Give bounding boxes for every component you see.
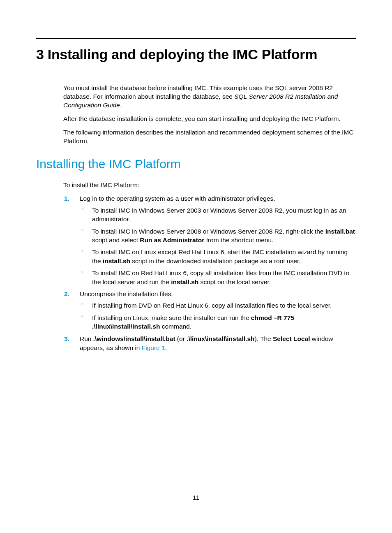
section-title: Installing the IMC Platform xyxy=(36,157,356,171)
s1b-mid: script and select xyxy=(92,236,140,243)
s1b-pre: To install IMC in Windows Server 2008 or… xyxy=(92,228,325,235)
chapter-title: 3 Installing and deploying the IMC Platf… xyxy=(36,46,356,63)
step-1-sub-b: To install IMC in Windows Server 2008 or… xyxy=(80,227,356,245)
s3-pre: Run xyxy=(80,335,93,342)
step-1-sub-d: To install IMC on Red Hat Linux 6, copy … xyxy=(80,269,356,286)
section-lead: To install the IMC Platform: xyxy=(63,181,356,190)
intro-p1: You must install the database before ins… xyxy=(63,84,356,110)
s3-bold1: .\windows\install\install.bat xyxy=(93,335,175,342)
step-3-num: 3. xyxy=(64,334,69,343)
s1d-post: script on the local server. xyxy=(198,278,271,285)
step-1-text: Log in to the operating system as a user… xyxy=(80,195,275,202)
step-2: 2. Uncompress the installation files. If… xyxy=(63,290,356,331)
step-2-num: 2. xyxy=(64,290,69,299)
s3-bold2: .\linux\install\install.sh xyxy=(187,335,254,342)
s1c-post: script in the downloaded installation pa… xyxy=(130,257,300,264)
section-body: To install the IMC Platform: 1. Log in t… xyxy=(63,181,356,353)
s2b-pre: If installing on Linux, make sure the in… xyxy=(92,314,251,321)
s3-bold3: Select Local xyxy=(273,335,310,342)
body-text: You must install the database before ins… xyxy=(63,84,356,146)
step-1-sub-c: To install IMC on Linux except Red Hat L… xyxy=(80,248,356,265)
intro-p3: The following information describes the … xyxy=(63,128,356,146)
s1c-bold: install.sh xyxy=(103,257,130,264)
step-1-sub-a: To install IMC in Windows Server 2003 or… xyxy=(80,206,356,224)
page-content: 3 Installing and deploying the IMC Platf… xyxy=(0,0,392,372)
step-1-num: 1. xyxy=(64,194,69,203)
step-3: 3. Run .\windows\install\install.bat (or… xyxy=(63,334,356,353)
intro-p1-post: . xyxy=(120,102,122,109)
step-2-sub-b: If installing on Linux, make sure the in… xyxy=(80,313,356,331)
step-1-sublist: To install IMC in Windows Server 2003 or… xyxy=(80,206,356,286)
s1b-post: from the shortcut menu. xyxy=(204,236,273,243)
step-2-sublist: If installing from DVD on Red Hat Linux … xyxy=(80,301,356,331)
s1d-bold: install.sh xyxy=(171,278,198,285)
step-2-sub-a: If installing from DVD on Red Hat Linux … xyxy=(80,301,356,310)
step-2-text: Uncompress the installation files. xyxy=(80,290,173,297)
intro-p2: After the database installation is compl… xyxy=(63,115,356,123)
figure-1-link[interactable]: Figure 1 xyxy=(142,344,165,351)
steps-list: 1. Log in to the operating system as a u… xyxy=(63,194,356,352)
s2b-post: command. xyxy=(160,323,191,330)
s1b-bold2: Run as Administrator xyxy=(140,236,204,243)
s3-mid1: (or xyxy=(175,335,187,342)
s3-post: . xyxy=(165,344,167,351)
step-1: 1. Log in to the operating system as a u… xyxy=(63,194,356,286)
s1b-bold1: install.bat xyxy=(325,228,355,235)
s3-mid2: ). The xyxy=(255,335,273,342)
top-rule xyxy=(36,38,356,39)
page-number: 11 xyxy=(0,494,392,501)
